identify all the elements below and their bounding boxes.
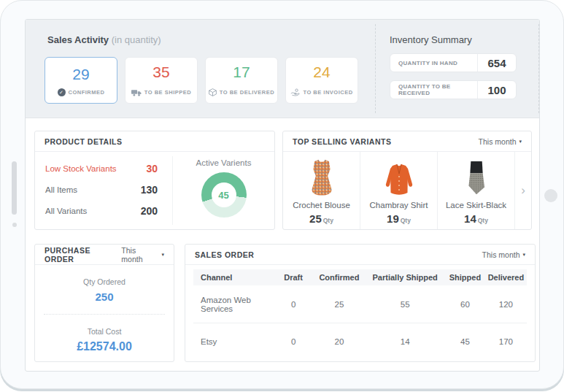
top-selling-variants-panel: TOP SELLING VARIANTS This month ▾ [282, 131, 532, 230]
cell-draft: 0 [274, 337, 314, 346]
quantity-to-be-received-label: QUANTITY TO BE RECEIVED [390, 83, 477, 96]
purchase-order-period-dropdown[interactable]: This month ▾ [121, 246, 164, 264]
table-row-etsy: Etsy 0 20 14 45 170 [193, 323, 527, 360]
sales-order-table: Channel Draft Confirmed Partially Shippe… [185, 265, 535, 360]
total-cost-label: Total Cost [35, 327, 174, 336]
total-cost-value: £12574.00 [35, 340, 174, 353]
sales-activity-cards: 29 ✓ CONFIRMED 35 TO BE SHIPPED [45, 57, 358, 104]
product-details-header: PRODUCT DETAILS [35, 131, 274, 152]
low-stock-variants-label: Low Stock Variants [45, 164, 117, 173]
sales-activity-title: Sales Activity (in quantity) [47, 34, 161, 45]
all-items-value: 130 [141, 184, 158, 196]
variant-lace-skirt-black[interactable]: Lace Skirt-Black 14Qty [438, 152, 515, 229]
all-variants-label: All Variants [45, 207, 87, 215]
variant-crochet-blouse[interactable]: Crochet Blouse 25Qty [283, 152, 360, 229]
top-selling-title: TOP SELLING VARIANTS [293, 137, 391, 146]
quantity-in-hand-value: 654 [478, 57, 516, 69]
tablet-frame: Sales Activity (in quantity) 29 ✓ CONFIR… [0, 0, 564, 389]
col-header-partially-shipped: Partially Shipped [365, 273, 445, 282]
section-divider-dashed [375, 24, 376, 113]
active-variants-label: Active Varients [196, 158, 252, 167]
purchase-order-title: PURCHASE ORDER [45, 246, 121, 264]
chevron-down-icon: ▾ [161, 252, 164, 257]
sales-order-header: SALES ORDER This month ▾ [185, 245, 535, 265]
check-circle-icon: ✓ [58, 88, 66, 96]
cell-draft: 0 [274, 300, 314, 309]
to-be-shipped-label-row: TO BE SHIPPED [131, 86, 191, 99]
cell-partially-shipped: 14 [365, 337, 445, 346]
confirmed-label-row: ✓ CONFIRMED [58, 88, 105, 96]
cell-shipped: 45 [445, 337, 485, 346]
chevron-right-icon: › [521, 183, 525, 198]
lace-skirt-qty-unit: Qty [478, 217, 488, 224]
sales-order-period-label: This month [482, 250, 520, 259]
chambray-shirt-qty: 19Qty [387, 212, 411, 225]
inventory-summary: Inventory Summary QUANTITY IN HAND 654 Q… [390, 20, 517, 99]
chambray-shirt-image [379, 155, 419, 197]
sales-order-period-dropdown[interactable]: This month ▾ [482, 250, 525, 259]
card-confirmed[interactable]: 29 ✓ CONFIRMED [45, 57, 117, 104]
tablet-side-button [12, 161, 17, 215]
cell-delivered: 170 [485, 337, 527, 346]
active-variants-donut-area: Active Varients 45 [173, 152, 274, 229]
quantity-to-be-received-pill: QUANTITY TO BE RECEIVED 100 [390, 80, 517, 99]
top-summary-band: Sales Activity (in quantity) 29 ✓ CONFIR… [26, 20, 539, 118]
low-stock-variants-value: 30 [146, 163, 158, 174]
sales-activity-subtitle: (in quantity) [112, 34, 161, 45]
lace-skirt-image [464, 155, 489, 197]
quantity-to-be-received-value: 100 [478, 84, 516, 96]
purchase-order-panel: PURCHASE ORDER This month ▾ Qty Ordered … [34, 244, 174, 362]
confirmed-count: 29 [72, 66, 89, 82]
col-header-shipped: Shipped [445, 273, 485, 282]
tablet-camera-dot [12, 223, 17, 227]
to-be-delivered-label: TO BE DELIVERED [220, 89, 274, 96]
qty-ordered-label: Qty Ordered [35, 277, 174, 286]
crochet-blouse-name: Crochet Blouse [293, 201, 350, 210]
to-be-invoiced-label-row: TO BE INVOICED [290, 86, 352, 99]
to-be-delivered-count: 17 [233, 64, 250, 80]
qty-ordered-value: 250 [35, 291, 174, 303]
inventory-summary-title: Inventory Summary [390, 34, 517, 45]
carousel-next-button[interactable]: › [515, 152, 531, 229]
col-header-confirmed: Confirmed [314, 273, 366, 282]
crochet-blouse-image [305, 155, 339, 197]
edge-divider-dashed [538, 24, 539, 113]
to-be-shipped-label: TO BE SHIPPED [144, 89, 191, 96]
top-selling-body: Crochet Blouse 25Qty [283, 152, 531, 229]
all-variants-row[interactable]: All Variants 200 [45, 200, 172, 221]
dashboard-screen: Sales Activity (in quantity) 29 ✓ CONFIR… [25, 19, 540, 372]
cell-channel: Etsy [193, 337, 274, 346]
cell-partially-shipped: 55 [365, 300, 445, 309]
chambray-shirt-qty-value: 19 [387, 212, 399, 225]
card-to-be-shipped[interactable]: 35 TO BE SHIPPED [125, 57, 198, 104]
active-variants-value: 45 [212, 182, 236, 207]
card-to-be-invoiced[interactable]: 24 TO BE INVOICED [285, 57, 358, 104]
variant-chambray-shirt[interactable]: Chambray Shirt 19Qty [360, 152, 438, 229]
lace-skirt-qty: 14Qty [464, 212, 488, 225]
all-items-row[interactable]: All Items 130 [45, 179, 172, 200]
dashboard-screenshot: Sales Activity (in quantity) 29 ✓ CONFIR… [0, 0, 564, 392]
active-variants-donut-chart: 45 [201, 172, 247, 218]
all-items-label: All Items [45, 185, 77, 194]
cell-confirmed: 25 [314, 300, 366, 309]
tablet-home-button[interactable] [544, 189, 557, 202]
card-to-be-delivered[interactable]: 17 TO BE DELIVERED [205, 57, 278, 104]
chevron-down-icon: ▾ [519, 139, 522, 144]
all-variants-value: 200 [141, 205, 158, 217]
quantity-in-hand-pill: QUANTITY IN HAND 654 [390, 53, 517, 72]
crochet-blouse-qty: 25Qty [309, 212, 333, 225]
quantity-in-hand-label: QUANTITY IN HAND [390, 60, 477, 66]
product-details-list: Low Stock Variants 30 All Items 130 All … [35, 152, 172, 229]
cell-confirmed: 20 [314, 337, 366, 346]
cell-delivered: 120 [485, 300, 527, 309]
chevron-down-icon: ▾ [522, 252, 525, 257]
top-selling-period-dropdown[interactable]: This month ▾ [479, 137, 522, 146]
low-stock-variants-row[interactable]: Low Stock Variants 30 [45, 158, 172, 179]
col-header-channel: Channel [193, 273, 274, 282]
dotted-divider [44, 314, 165, 315]
purchase-order-body: Qty Ordered 250 Total Cost £12574.00 [35, 277, 174, 353]
to-be-shipped-count: 35 [152, 64, 169, 80]
chambray-shirt-qty-unit: Qty [401, 217, 411, 224]
sales-order-panel: SALES ORDER This month ▾ Channel Draft C… [185, 244, 536, 362]
purchase-order-period-label: This month [121, 246, 158, 264]
